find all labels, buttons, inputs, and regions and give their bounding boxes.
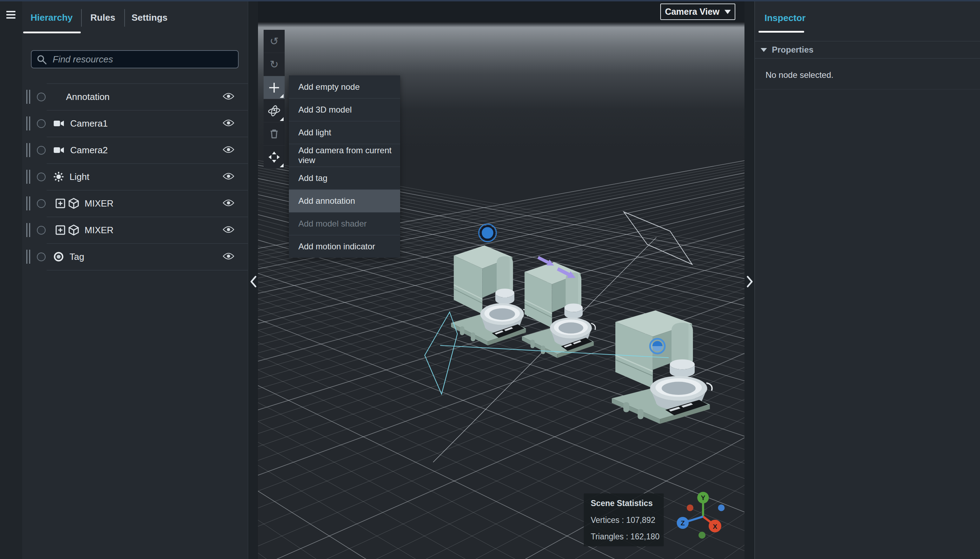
resource-label: Tag — [70, 251, 84, 262]
active-tab-underline — [758, 31, 804, 33]
drag-handle-icon[interactable] — [27, 250, 31, 264]
select-radio[interactable] — [37, 253, 46, 261]
translate-tool-button[interactable] — [264, 146, 285, 169]
properties-section-header[interactable]: Properties — [755, 41, 980, 58]
drag-handle-icon[interactable] — [27, 170, 31, 184]
axis-neg-x-dot[interactable] — [687, 504, 693, 511]
menu-item-add-camera[interactable]: Add camera from current view — [289, 144, 400, 167]
plus-icon — [268, 82, 280, 94]
drag-handle-icon[interactable] — [27, 223, 31, 237]
tree-row-tag[interactable]: Tag — [22, 243, 248, 270]
orbit-rotate-icon — [267, 104, 281, 118]
scene-statistics-panel: Scene Statistics Vertices : 107,892 Tria… — [584, 493, 664, 546]
undo-button[interactable]: ↺ — [264, 30, 285, 53]
search-input[interactable] — [31, 50, 239, 68]
viewport-toolbar: ↺ ↻ — [264, 30, 285, 169]
resource-search — [31, 50, 239, 68]
drag-handle-icon[interactable] — [27, 116, 31, 131]
resource-label: Camera2 — [70, 145, 108, 156]
visibility-eye-icon[interactable] — [221, 91, 236, 103]
drag-handle-icon[interactable] — [27, 90, 31, 104]
hierarchy-panel: Hierarchy Rules Settings Annotation — [22, 2, 248, 559]
right-panel-gutter — [745, 2, 754, 559]
hamburger-menu-icon[interactable] — [6, 8, 20, 22]
tree-row-annotation[interactable]: Annotation — [22, 83, 248, 110]
select-radio[interactable] — [37, 146, 46, 155]
tree-row-mixer-1[interactable]: MIXER — [22, 190, 248, 217]
add-object-button[interactable] — [264, 76, 285, 99]
axis-gizmo[interactable]: Y X Z — [677, 492, 725, 539]
resource-label: Camera1 — [70, 118, 108, 129]
inspector-tab[interactable]: Inspector — [764, 13, 806, 23]
visibility-eye-icon[interactable] — [221, 144, 236, 156]
select-radio[interactable] — [37, 172, 46, 181]
collapse-left-panel-chevron-icon[interactable] — [248, 272, 258, 292]
menu-item-add-light[interactable]: Add light — [289, 121, 400, 144]
active-tab-underline — [23, 31, 81, 33]
tree-row-light[interactable]: Light — [22, 164, 248, 190]
tab-hierarchy[interactable]: Hierarchy — [22, 2, 81, 34]
select-radio[interactable] — [37, 119, 46, 128]
move-arrows-icon — [267, 150, 281, 164]
camera-view-label: Camera View — [665, 7, 719, 17]
rotate-tool-button[interactable] — [264, 99, 285, 122]
mixer-model-1[interactable] — [451, 245, 527, 346]
visibility-eye-icon[interactable] — [221, 197, 236, 209]
visibility-eye-icon[interactable] — [221, 224, 236, 236]
select-radio[interactable] — [37, 93, 46, 101]
mixer-model-3[interactable] — [612, 310, 712, 423]
delete-button[interactable] — [264, 122, 285, 146]
no-node-selected-message: No node selected. — [766, 70, 833, 80]
menu-item-add-empty-node[interactable]: Add empty node — [289, 75, 400, 98]
sidebar-tabbar: Hierarchy Rules Settings — [22, 2, 248, 35]
redo-button[interactable]: ↻ — [264, 53, 285, 76]
redo-icon: ↻ — [270, 59, 279, 70]
tree-row-camera2[interactable]: Camera2 — [22, 137, 248, 164]
axis-z-label: Z — [681, 519, 685, 527]
menu-item-add-3d-model[interactable]: Add 3D model — [289, 98, 400, 121]
tag-icon — [53, 251, 64, 262]
vertices-stat: Vertices : 107,892 — [591, 516, 664, 525]
visibility-eye-icon[interactable] — [221, 171, 236, 183]
scene-canvas[interactable]: Y X Z ↺ ↻ — [258, 22, 745, 559]
menu-item-add-motion-indicator[interactable]: Add motion indicator — [289, 235, 400, 258]
add-box-icon — [55, 198, 65, 208]
tab-rules[interactable]: Rules — [82, 2, 124, 34]
trash-icon — [268, 127, 280, 140]
resource-tree: Annotation Camera1 — [22, 83, 248, 270]
visibility-eye-icon[interactable] — [221, 251, 236, 263]
add-box-icon — [55, 225, 65, 235]
camera-view-dropdown[interactable]: Camera View — [660, 3, 735, 20]
axis-x-label: X — [713, 523, 718, 530]
cube-icon — [68, 198, 79, 209]
inspector-panel: Inspector Properties No node selected. — [754, 2, 980, 559]
axis-y-label: Y — [701, 494, 706, 501]
properties-section-label: Properties — [772, 45, 814, 55]
select-radio[interactable] — [37, 226, 46, 235]
left-rail — [0, 2, 22, 559]
tab-settings[interactable]: Settings — [125, 2, 174, 34]
menu-item-add-annotation[interactable]: Add annotation — [289, 189, 400, 212]
tree-row-camera1[interactable]: Camera1 — [22, 110, 248, 137]
tree-row-mixer-2[interactable]: MIXER — [22, 217, 248, 243]
axis-neg-y-dot[interactable] — [698, 532, 706, 539]
divider — [755, 58, 980, 59]
add-object-menu: Add empty node Add 3D model Add light Ad… — [289, 75, 400, 258]
triangles-stat: Triangles : 162,180 — [591, 532, 664, 541]
video-camera-icon — [53, 146, 65, 154]
scene-composer-app: Hierarchy Rules Settings Annotation — [0, 0, 980, 559]
annotation-marker[interactable] — [479, 224, 496, 241]
axis-neg-z-dot[interactable] — [718, 504, 725, 511]
visibility-eye-icon[interactable] — [221, 117, 236, 129]
resource-label: MIXER — [85, 198, 113, 209]
divider — [755, 89, 980, 89]
left-panel-gutter — [248, 2, 258, 559]
menu-item-add-tag[interactable]: Add tag — [289, 167, 400, 189]
select-radio[interactable] — [37, 199, 46, 208]
collapse-right-panel-chevron-icon[interactable] — [745, 272, 754, 292]
section-caret-icon — [761, 48, 767, 52]
caret-down-icon — [725, 10, 731, 14]
drag-handle-icon[interactable] — [27, 197, 31, 210]
resource-label: Annotation — [66, 91, 109, 103]
drag-handle-icon[interactable] — [27, 143, 31, 157]
